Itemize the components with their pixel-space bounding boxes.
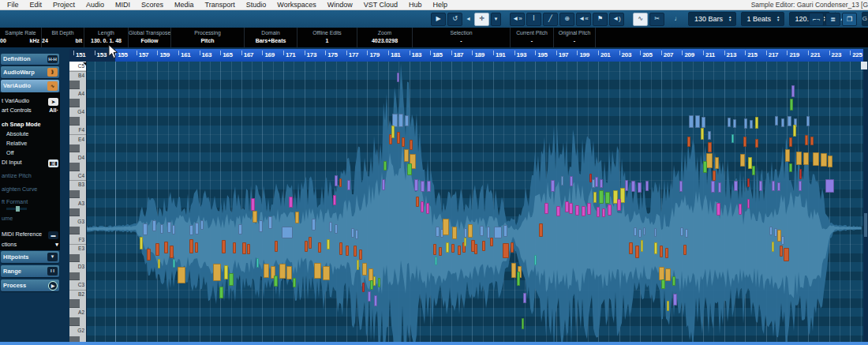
pitch-segment[interactable] — [416, 197, 419, 207]
pitch-segment[interactable] — [772, 242, 774, 252]
pitch-segment[interactable] — [556, 206, 560, 216]
pitch-segment[interactable] — [443, 219, 449, 235]
menu-media[interactable]: Media — [169, 1, 200, 9]
ruler-bar-215[interactable]: 215 — [747, 51, 757, 58]
sidebar-section-audiowarp[interactable]: AudioWarp⟫ — [1, 66, 59, 78]
pitch-segment[interactable] — [608, 204, 612, 216]
pitch-segment[interactable] — [731, 134, 734, 143]
menu-vst-cloud[interactable]: VST Cloud — [358, 1, 403, 9]
pitch-segment[interactable] — [195, 223, 199, 234]
sidebar-section-hitpoints[interactable]: Hitpoints▼ — [1, 251, 59, 263]
ruler-bar-211[interactable]: 211 — [705, 51, 715, 58]
key-g4[interactable]: G4 — [77, 109, 84, 114]
key-a-2[interactable] — [69, 299, 80, 308]
pitch-segment[interactable] — [173, 259, 175, 268]
pitch-segment[interactable] — [172, 225, 175, 234]
pitch-segment[interactable] — [195, 242, 198, 253]
pitch-segment[interactable] — [718, 182, 721, 193]
ruler-bar-165[interactable]: 165 — [223, 51, 232, 58]
pitch-segment[interactable] — [200, 220, 204, 230]
ruler-bar-207[interactable]: 207 — [664, 51, 673, 58]
pitch-segment[interactable] — [689, 115, 694, 128]
pitch-segment[interactable] — [333, 195, 336, 205]
pitch-segment[interactable] — [253, 211, 257, 223]
pitch-segment[interactable] — [587, 203, 591, 215]
pitch-segment[interactable] — [711, 181, 715, 193]
range-tool[interactable]: Ⅰ — [526, 13, 541, 26]
scrub-tool[interactable]: ◄« — [576, 13, 591, 26]
key-f-2[interactable] — [69, 336, 80, 343]
info-value[interactable]: 00kHz — [0, 36, 41, 45]
pitch-segment[interactable] — [397, 73, 399, 82]
range-icon[interactable]: Ι Ι — [47, 267, 58, 276]
pitch-segment[interactable] — [158, 259, 160, 268]
pitch-segment[interactable] — [660, 246, 663, 257]
key-g-3[interactable] — [69, 208, 80, 217]
pitch-segment[interactable] — [777, 182, 780, 191]
pitch-segment[interactable] — [789, 137, 792, 147]
key-c3[interactable]: C3 — [78, 282, 84, 287]
menu-file[interactable]: File — [2, 1, 24, 9]
key-a-4[interactable] — [69, 81, 80, 89]
pitch-segment[interactable] — [259, 220, 263, 232]
pitch-segment[interactable] — [806, 116, 810, 126]
formant-slider[interactable] — [6, 208, 27, 210]
pitch-segment[interactable] — [755, 117, 758, 129]
proc-icon[interactable]: ▶ — [48, 281, 58, 291]
pitch-segment[interactable] — [665, 248, 668, 258]
pitch-segment[interactable] — [421, 181, 425, 192]
sidebar-item-ctions[interactable]: ctions▾ — [0, 240, 60, 249]
pitch-segment[interactable] — [503, 243, 509, 258]
ruler-bar-219[interactable]: 219 — [789, 51, 799, 58]
sidebar-item-midi-reference[interactable]: MIDI Reference▬ — [0, 230, 60, 239]
grid-beats-field[interactable]: 1 Beats▲▼ — [741, 12, 784, 26]
info-value[interactable]: 4023.0298 — [357, 36, 412, 45]
key-d-4[interactable] — [69, 144, 80, 153]
pitch-segment[interactable] — [426, 203, 429, 214]
pitch-segment[interactable] — [780, 246, 783, 257]
pitch-segment[interactable] — [339, 178, 342, 187]
stepper-icon[interactable]: ▲▼ — [728, 16, 731, 22]
pitch-segment[interactable] — [233, 242, 236, 253]
pitch-segment[interactable] — [405, 115, 409, 126]
pitch-segment[interactable] — [279, 264, 286, 279]
ruler-bar-167[interactable]: 167 — [244, 51, 253, 58]
pitch-segment[interactable] — [643, 227, 645, 235]
pitch-segment[interactable] — [368, 291, 371, 302]
pitch-segment[interactable] — [523, 293, 526, 303]
pitch-segment[interactable] — [354, 246, 357, 257]
pitch-segment[interactable] — [769, 227, 773, 235]
pitch-segment[interactable] — [147, 249, 151, 261]
pitch-segment[interactable] — [251, 198, 255, 211]
pitch-segment[interactable] — [238, 224, 242, 234]
pitch-segment[interactable] — [503, 225, 507, 237]
menu-scores[interactable]: Scores — [136, 1, 169, 9]
key-e3[interactable]: E3 — [78, 246, 84, 251]
key-a3[interactable]: A3 — [78, 201, 84, 206]
pitch-segment[interactable] — [631, 181, 635, 192]
pitch-segment[interactable] — [551, 180, 555, 192]
pitch-segment[interactable] — [397, 132, 400, 144]
pitch-segment[interactable] — [382, 179, 385, 190]
pitch-segment[interactable] — [327, 239, 330, 249]
ruler-bar-173[interactable]: 173 — [307, 51, 316, 58]
menu-workspaces[interactable]: Workspaces — [271, 1, 321, 9]
pitch-segment[interactable] — [347, 180, 350, 190]
pitch-segment[interactable] — [451, 244, 455, 253]
pitch-segment[interactable] — [828, 156, 832, 167]
pitch-segment[interactable] — [813, 152, 819, 166]
pitch-segment[interactable] — [264, 264, 269, 278]
pitch-segment[interactable] — [458, 246, 461, 255]
pitch-segment[interactable] — [708, 142, 712, 152]
pitch-segment[interactable] — [339, 242, 342, 255]
pitch-segment[interactable] — [268, 216, 272, 229]
quantize-note-icon[interactable]: ♩ — [673, 13, 682, 26]
pitch-segment[interactable] — [164, 242, 168, 253]
pitch-segment[interactable] — [474, 244, 477, 254]
pitch-segment[interactable] — [140, 237, 143, 249]
scrollbar-thumb[interactable] — [864, 213, 867, 237]
key-f-3[interactable] — [69, 227, 80, 235]
ruler-bar-175[interactable]: 175 — [327, 51, 337, 58]
key-e4[interactable]: E4 — [78, 137, 84, 142]
key-c5[interactable]: C5 — [78, 63, 84, 69]
